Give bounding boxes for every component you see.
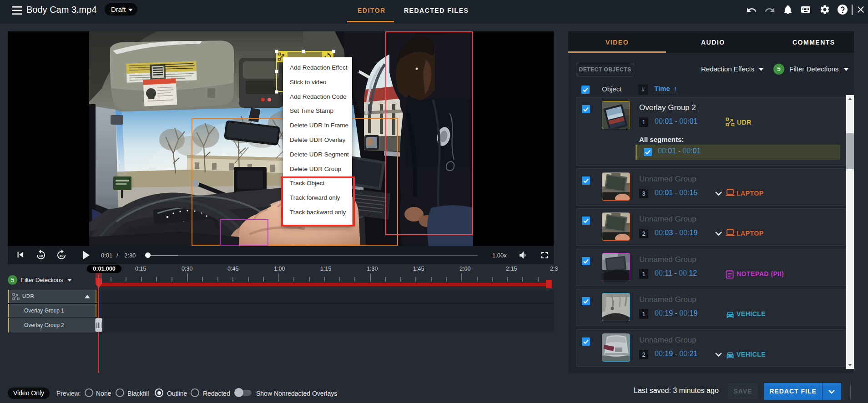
svg-text:10: 10 xyxy=(39,254,43,258)
svg-text:10: 10 xyxy=(60,254,64,258)
